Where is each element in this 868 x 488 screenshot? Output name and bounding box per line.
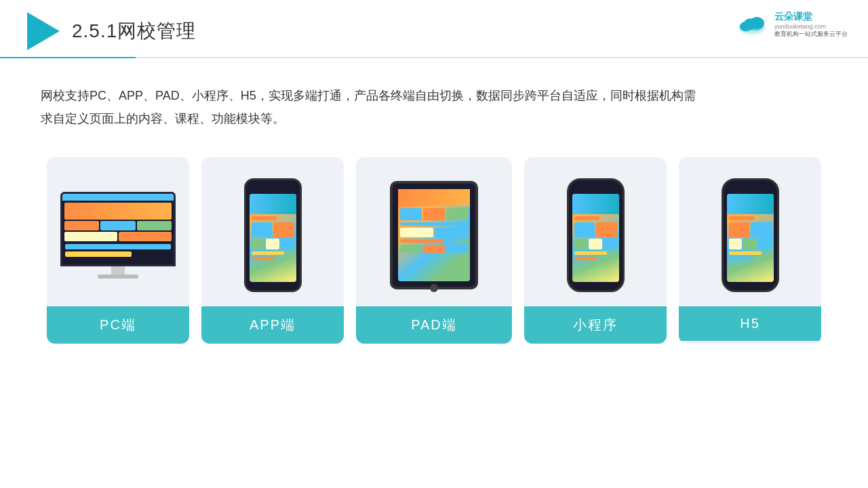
- card-pc-image: [47, 157, 189, 306]
- header-divider: [0, 57, 868, 58]
- card-app-image: [201, 157, 344, 306]
- device-cards: PC端: [0, 130, 868, 344]
- card-pad: PAD端: [356, 157, 512, 344]
- brand-info: 云朵课堂 yunduoketang.com 教育机构一站式服务云平台: [774, 11, 848, 39]
- miniprogram-mockup: [567, 178, 625, 292]
- pc-mockup: [60, 192, 176, 279]
- card-pad-image: [356, 157, 512, 306]
- card-miniprogram-label: 小程序: [524, 306, 667, 344]
- card-pc: PC端: [47, 157, 189, 344]
- page-title: 2.5.1网校管理: [72, 18, 196, 44]
- brand-logo: 云朵课堂 yunduoketang.com 教育机构一站式服务云平台: [735, 11, 848, 39]
- card-pad-label: PAD端: [356, 306, 512, 344]
- card-h5-image: [679, 157, 821, 306]
- h5-mockup: [722, 178, 779, 292]
- description-text: 网校支持PC、APP、PAD、小程序、H5，实现多端打通，产品各终端自由切换，数…: [0, 50, 746, 130]
- card-h5-label: H5: [679, 306, 821, 341]
- card-app-label: APP端: [201, 306, 344, 344]
- card-miniprogram: 小程序: [524, 157, 667, 344]
- pad-mockup: [390, 181, 478, 289]
- card-miniprogram-image: [524, 157, 667, 306]
- card-h5: H5: [679, 157, 821, 344]
- logo-icon: [27, 12, 60, 50]
- svg-point-6: [740, 22, 751, 31]
- cloud-icon: [735, 14, 769, 36]
- card-app: APP端: [201, 157, 344, 344]
- app-mockup: [244, 178, 302, 292]
- card-pc-label: PC端: [47, 306, 189, 344]
